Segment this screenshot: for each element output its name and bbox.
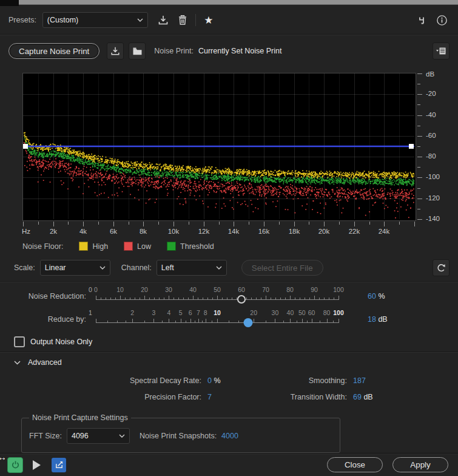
spectral-decay-value[interactable]: 0 % <box>207 376 279 385</box>
x-axis-tick <box>354 222 355 226</box>
x-axis-label: 8k <box>140 228 147 235</box>
slider-tick <box>173 298 174 300</box>
reduce-by-value[interactable]: 18 dB <box>368 315 388 324</box>
slider-scale-label: 6 <box>189 309 192 316</box>
slider-tick <box>159 298 160 300</box>
x-axis-tick <box>294 222 295 226</box>
capture-noise-print-button[interactable]: Capture Noise Print <box>8 43 99 59</box>
slider-tick <box>106 298 106 300</box>
slider-tick <box>329 298 329 300</box>
y-axis-tick <box>417 157 422 157</box>
help-button[interactable] <box>434 12 450 28</box>
save-icon <box>110 46 120 56</box>
y-axis-tick <box>417 94 422 95</box>
reduce-by-slider[interactable]: 1234567810203040506080100 <box>96 309 338 330</box>
x-axis-tick <box>23 222 24 226</box>
smoothing-value[interactable]: 187 <box>353 376 366 385</box>
effect-power-toggle[interactable] <box>7 457 23 473</box>
fft-size-label: FFT Size: <box>29 432 62 440</box>
slider-tick <box>246 298 247 300</box>
slider-knob[interactable] <box>237 295 246 304</box>
slider-tick <box>162 321 163 323</box>
x-axis-tick <box>279 222 280 225</box>
output-noise-only-checkbox[interactable] <box>14 336 25 347</box>
close-button[interactable]: Close <box>327 457 383 472</box>
noise-print-capture-settings-group: Noise Print Capture Settings FFT Size: 4… <box>21 413 340 453</box>
presets-label: Presets: <box>8 16 36 24</box>
channel-dropdown[interactable]: Left <box>157 260 227 276</box>
x-axis-label: 12k <box>198 228 210 235</box>
legend-label-low: Low <box>137 242 151 251</box>
presets-dropdown[interactable]: (Custom) <box>42 12 148 28</box>
save-preset-button[interactable] <box>155 12 171 28</box>
chevron-down-icon <box>99 266 106 270</box>
favorite-button[interactable]: ★ <box>201 12 217 28</box>
slider-scale-label: 8 <box>204 309 207 316</box>
y-axis-label: -100 <box>426 173 440 180</box>
slider-tick <box>290 319 291 323</box>
noise-floor-plot[interactable] <box>23 73 414 219</box>
slider-tick <box>256 298 257 300</box>
capture-settings-title: Noise Print Capture Settings <box>29 413 131 422</box>
fft-size-dropdown[interactable]: 4096 <box>67 428 130 444</box>
reset-icon <box>436 263 446 273</box>
slider-tick <box>193 296 194 300</box>
slider-scale-label: 20 <box>250 309 257 316</box>
y-axis-tick <box>417 177 422 178</box>
noise-reduction-label: Noise Reduction: <box>8 292 86 301</box>
legend-item-high: High <box>79 242 108 251</box>
scale-dropdown[interactable]: Linear <box>40 260 110 276</box>
noise-floor-graph-panel: dB-20-40-60-80-100-120-140 Hz2k4k6k8k10k… <box>22 73 447 236</box>
slider-tick <box>164 298 164 300</box>
x-axis-tick <box>113 222 114 226</box>
slider-tick <box>217 319 218 323</box>
loop-playback-button[interactable] <box>52 458 66 472</box>
x-axis-tick <box>53 222 54 226</box>
slider-scale-label: 100 <box>333 309 344 316</box>
noise-reduction-value[interactable]: 60 % <box>368 292 385 301</box>
apply-button[interactable]: Apply <box>392 457 448 472</box>
save-noise-print-button[interactable] <box>107 42 124 59</box>
slider-tick <box>222 298 223 300</box>
slider-scale-label: 60 <box>308 309 315 316</box>
x-axis-tick <box>369 222 370 225</box>
slider-tick <box>280 298 281 300</box>
slider-tick <box>302 319 303 323</box>
panel-menu-button[interactable] <box>433 42 450 59</box>
slider-tick <box>186 321 186 323</box>
slider-tick <box>333 321 334 323</box>
preview-play-button[interactable] <box>33 460 41 470</box>
slider-scale-label: 80 <box>323 309 331 316</box>
precision-factor-value[interactable]: 7 <box>207 393 279 401</box>
slider-tick <box>115 298 116 300</box>
slider-tick <box>327 319 328 323</box>
slider-tick <box>338 319 339 323</box>
x-axis-label: 4k <box>79 228 87 235</box>
slider-tick <box>266 321 266 323</box>
transition-width-value[interactable]: 69 dB <box>353 393 373 401</box>
slider-scale-label: 40 <box>287 309 294 316</box>
preset-keyframe-toggle[interactable] <box>414 12 430 28</box>
load-noise-print-button[interactable] <box>129 42 146 59</box>
delete-preset-button[interactable] <box>175 12 190 28</box>
reset-button[interactable] <box>433 259 450 276</box>
slider-tick <box>217 296 218 300</box>
slider-tick <box>140 298 140 300</box>
scale-label: Scale: <box>14 264 35 272</box>
x-axis-tick <box>129 222 129 225</box>
advanced-section-toggle[interactable]: Advanced <box>14 353 450 372</box>
window-titlebar-sliver[interactable] <box>19 0 458 5</box>
window-corner <box>0 0 19 6</box>
slider-scale-label: 7 <box>197 309 200 316</box>
slider-scale-label: 100 <box>333 286 344 293</box>
y-axis-tick <box>417 115 422 116</box>
x-axis-tick <box>219 222 220 225</box>
slider-tick <box>181 319 181 323</box>
keyframe-toggle-icon <box>418 16 426 25</box>
snapshots-value[interactable]: 4000 <box>221 432 238 440</box>
slider-knob[interactable] <box>244 318 253 327</box>
noise-reduction-slider[interactable]: 00102030405060708090100 <box>96 286 338 307</box>
slider-tick <box>305 298 305 300</box>
y-axis-label: -80 <box>426 152 436 160</box>
legend-label-threshold: Threshold <box>180 242 214 251</box>
